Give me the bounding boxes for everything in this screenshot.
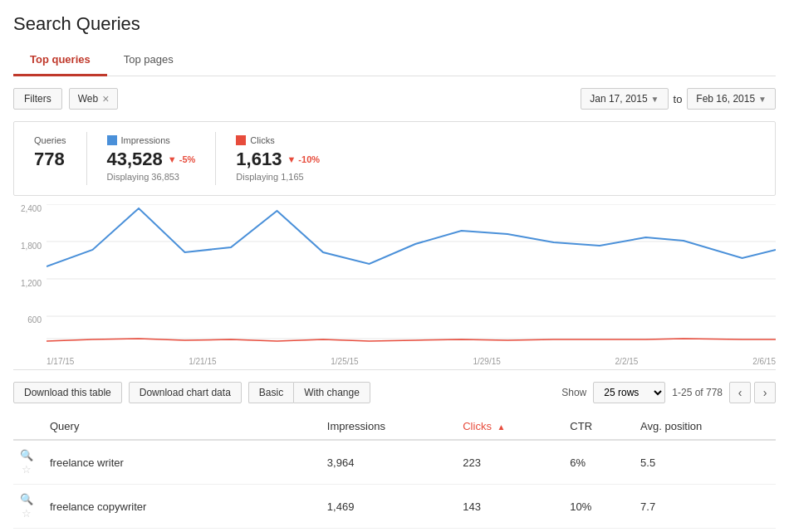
impressions-color-icon bbox=[107, 135, 117, 145]
download-chart-button[interactable]: Download chart data bbox=[129, 382, 242, 403]
col-avg-position: Avg. position bbox=[634, 413, 776, 440]
y-label-0: 2,400 bbox=[21, 204, 42, 213]
filters-button[interactable]: Filters bbox=[13, 88, 62, 110]
impressions-cell: 1,469 bbox=[321, 485, 456, 529]
row-icons-cell: 🔍 ☆ bbox=[13, 485, 43, 529]
impressions-cell: 3,964 bbox=[321, 440, 456, 485]
impressions-change: ▼ -5% bbox=[168, 154, 196, 164]
tab-top-pages[interactable]: Top pages bbox=[107, 45, 190, 76]
view-toggle: Basic With change bbox=[248, 382, 370, 403]
x-label-5: 2/6/15 bbox=[752, 357, 776, 366]
filter-tag-label: Web bbox=[78, 93, 98, 105]
x-label-0: 1/17/15 bbox=[47, 357, 74, 366]
col-clicks[interactable]: Clicks ▲ bbox=[456, 413, 563, 440]
date-to-label: Feb 16, 2015 bbox=[696, 93, 755, 105]
clicks-color-icon bbox=[236, 135, 246, 145]
clicks-cell: 223 bbox=[456, 440, 563, 485]
stat-queries: Queries 778 bbox=[14, 132, 87, 185]
pagination-controls: Show 25 rows 50 rows 100 rows 1-25 of 77… bbox=[561, 382, 776, 403]
table-row: 🔍 ☆ freelance copywriter 1,469 143 10% 7… bbox=[13, 485, 776, 529]
stat-impressions-label: Impressions bbox=[107, 135, 196, 145]
impressions-cell: 1,199 bbox=[321, 529, 456, 533]
clicks-sub: Displaying 1,165 bbox=[236, 172, 320, 182]
chart-svg bbox=[47, 204, 776, 354]
clicks-cell: 106 bbox=[456, 529, 563, 533]
stat-queries-label: Queries bbox=[34, 135, 66, 145]
stat-clicks-label: Clicks bbox=[236, 135, 320, 145]
view-change-button[interactable]: With change bbox=[293, 382, 370, 403]
date-to-arrow-icon: ▼ bbox=[758, 95, 767, 104]
table-row: 🔍 ☆ marketing conferences 2015 1,199 106… bbox=[13, 529, 776, 533]
show-label: Show bbox=[561, 387, 586, 398]
next-page-button[interactable]: › bbox=[754, 382, 776, 403]
table-header-row: Query Impressions Clicks ▲ CTR Avg. posi… bbox=[13, 413, 776, 440]
tabs-bar: Top queries Top pages bbox=[13, 45, 776, 76]
chart-area: 2,400 1,800 1,200 600 1/17/15 1/21/15 1/… bbox=[13, 204, 776, 370]
col-query: Query bbox=[43, 413, 321, 440]
date-to-button[interactable]: Feb 16, 2015 ▼ bbox=[687, 88, 776, 110]
download-table-button[interactable]: Download this table bbox=[13, 382, 122, 403]
avg-position-cell: 7.7 bbox=[634, 485, 776, 529]
rows-select[interactable]: 25 rows 50 rows 100 rows bbox=[593, 382, 665, 403]
x-label-2: 1/25/15 bbox=[331, 357, 358, 366]
query-cell: marketing conferences 2015 bbox=[43, 529, 321, 533]
impressions-sub: Displaying 36,853 bbox=[107, 172, 196, 182]
stats-box: Queries 778 Impressions 43,528 ▼ -5% Dis… bbox=[13, 121, 776, 196]
table-row: 🔍 ☆ freelance writer 3,964 223 6% 5.5 bbox=[13, 440, 776, 485]
clicks-change: ▼ -10% bbox=[287, 154, 320, 164]
y-label-3: 600 bbox=[27, 315, 42, 325]
clicks-sort-icon: ▲ bbox=[497, 422, 506, 432]
date-from-label: Jan 17, 2015 bbox=[590, 93, 647, 105]
view-basic-button[interactable]: Basic bbox=[248, 382, 293, 403]
avg-position-cell: 4.2 bbox=[634, 529, 776, 533]
query-cell: freelance copywriter bbox=[43, 485, 321, 529]
ctr-cell: 6% bbox=[563, 440, 634, 485]
stat-clicks-value: 1,613 ▼ -10% bbox=[236, 149, 320, 170]
date-from-arrow-icon: ▼ bbox=[651, 95, 659, 104]
avg-position-cell: 5.5 bbox=[634, 440, 776, 485]
tab-top-queries[interactable]: Top queries bbox=[13, 45, 107, 76]
date-range: Jan 17, 2015 ▼ to Feb 16, 2015 ▼ bbox=[581, 88, 776, 110]
magnify-icon[interactable]: 🔍 bbox=[20, 493, 33, 505]
remove-filter-button[interactable]: × bbox=[102, 92, 109, 105]
x-label-1: 1/21/15 bbox=[189, 357, 216, 366]
x-label-4: 2/2/15 bbox=[615, 357, 639, 366]
stat-queries-value: 778 bbox=[34, 149, 66, 170]
col-ctr: CTR bbox=[563, 413, 634, 440]
chart-x-labels: 1/17/15 1/21/15 1/25/15 1/29/15 2/2/15 2… bbox=[47, 353, 776, 369]
ctr-cell: 9% bbox=[563, 529, 634, 533]
x-label-3: 1/29/15 bbox=[473, 357, 500, 366]
magnify-icon[interactable]: 🔍 bbox=[20, 449, 33, 461]
toolbar: Filters Web × Jan 17, 2015 ▼ to Feb 16, … bbox=[13, 88, 776, 110]
page-navigation: ‹ › bbox=[729, 382, 776, 403]
page-title: Search Queries bbox=[13, 13, 776, 35]
row-icons-cell: 🔍 ☆ bbox=[13, 529, 43, 533]
row-icons-cell: 🔍 ☆ bbox=[13, 440, 43, 485]
col-impressions: Impressions bbox=[321, 413, 456, 440]
y-label-2: 1,200 bbox=[21, 279, 42, 288]
stat-clicks: Clicks 1,613 ▼ -10% Displaying 1,165 bbox=[216, 132, 340, 185]
date-from-button[interactable]: Jan 17, 2015 ▼ bbox=[581, 88, 668, 110]
to-label: to bbox=[674, 93, 683, 105]
stat-impressions: Impressions 43,528 ▼ -5% Displaying 36,8… bbox=[87, 132, 217, 185]
y-label-1: 1,800 bbox=[21, 242, 42, 251]
action-bar: Download this table Download chart data … bbox=[13, 382, 776, 403]
pagination-info: 1-25 of 778 bbox=[672, 387, 723, 398]
web-filter-tag: Web × bbox=[69, 88, 119, 110]
prev-page-button[interactable]: ‹ bbox=[729, 382, 751, 403]
clicks-cell: 143 bbox=[456, 485, 563, 529]
query-cell: freelance writer bbox=[43, 440, 321, 485]
star-icon[interactable]: ☆ bbox=[22, 507, 32, 520]
star-icon[interactable]: ☆ bbox=[22, 463, 32, 476]
chart-y-labels: 2,400 1,800 1,200 600 bbox=[13, 204, 45, 353]
ctr-cell: 10% bbox=[563, 485, 634, 529]
stat-impressions-value: 43,528 ▼ -5% bbox=[107, 149, 196, 170]
results-table: Query Impressions Clicks ▲ CTR Avg. posi… bbox=[13, 413, 776, 532]
col-icon bbox=[13, 413, 43, 440]
